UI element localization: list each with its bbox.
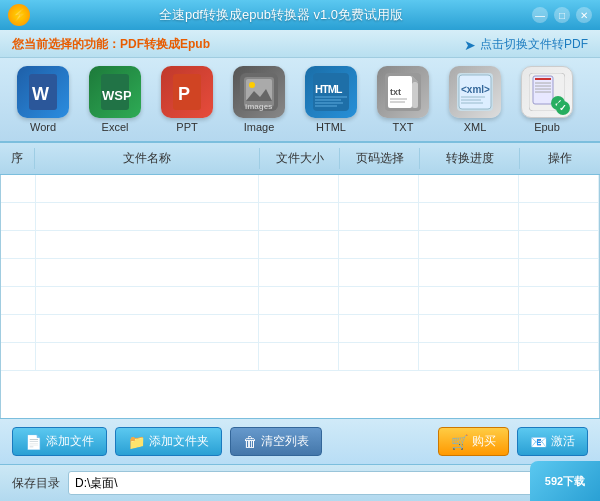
cell — [339, 315, 419, 342]
cell — [519, 231, 599, 258]
cell — [36, 343, 259, 370]
col-action: 操作 — [520, 148, 600, 169]
ppt-label: PPT — [176, 121, 197, 133]
cell — [339, 343, 419, 370]
cell — [339, 231, 419, 258]
epub-label: Epub — [534, 121, 560, 133]
cell — [1, 315, 36, 342]
svg-rect-33 — [533, 76, 553, 104]
svg-point-10 — [249, 82, 255, 88]
cell — [519, 287, 599, 314]
format-image[interactable]: images Image — [228, 66, 290, 133]
cell — [519, 315, 599, 342]
minimize-button[interactable]: — — [532, 7, 548, 23]
col-seq: 序 — [0, 148, 35, 169]
clear-button[interactable]: 🗑 清空列表 — [230, 427, 322, 456]
cell — [419, 231, 519, 258]
table-row — [1, 259, 599, 287]
format-xml[interactable]: <xml> XML — [444, 66, 506, 133]
activate-button[interactable]: 📧 激活 — [517, 427, 588, 456]
add-file-icon: 📄 — [25, 434, 42, 450]
cell — [259, 231, 339, 258]
table-row — [1, 287, 599, 315]
cell — [339, 287, 419, 314]
epub-check-icon: ✓ — [556, 101, 570, 115]
cell — [419, 315, 519, 342]
cell — [259, 175, 339, 202]
cell — [259, 203, 339, 230]
table-row — [1, 343, 599, 371]
arrow-icon: ➤ — [464, 37, 476, 53]
col-filesize: 文件大小 — [260, 148, 340, 169]
cell — [259, 315, 339, 342]
activate-label: 激活 — [551, 433, 575, 450]
buy-icon: 🛒 — [451, 434, 468, 450]
clear-icon: 🗑 — [243, 434, 257, 450]
function-label: 您当前选择的功能：PDF转换成Epub — [12, 36, 210, 53]
word-label: Word — [30, 121, 56, 133]
add-file-label: 添加文件 — [46, 433, 94, 450]
add-folder-icon: 📁 — [128, 434, 145, 450]
cell — [259, 259, 339, 286]
svg-text:<xml>: <xml> — [461, 84, 490, 95]
col-progress: 转换进度 — [420, 148, 520, 169]
buy-label: 购买 — [472, 433, 496, 450]
svg-text:txt: txt — [390, 87, 401, 97]
svg-text:P: P — [178, 84, 190, 104]
maximize-button[interactable]: □ — [554, 7, 570, 23]
html-icon: HTML — [305, 66, 357, 118]
clear-label: 清空列表 — [261, 433, 309, 450]
format-html[interactable]: HTML HTML — [300, 66, 362, 133]
cell — [259, 287, 339, 314]
format-txt[interactable]: txt TXT — [372, 66, 434, 133]
toolbar: 您当前选择的功能：PDF转换成Epub ➤ 点击切换文件转PDF — [0, 30, 600, 58]
col-filename: 文件名称 — [35, 148, 260, 169]
svg-rect-34 — [535, 78, 551, 80]
close-button[interactable]: ✕ — [576, 7, 592, 23]
save-path-input[interactable] — [68, 471, 552, 495]
add-file-button[interactable]: 📄 添加文件 — [12, 427, 107, 456]
image-label: Image — [244, 121, 275, 133]
add-folder-button[interactable]: 📁 添加文件夹 — [115, 427, 222, 456]
format-word[interactable]: W Word — [12, 66, 74, 133]
svg-text:HTML: HTML — [315, 83, 343, 95]
switch-label: 点击切换文件转PDF — [480, 36, 588, 53]
cell — [1, 259, 36, 286]
cell — [419, 343, 519, 370]
content-wrapper: 您当前选择的功能：PDF转换成Epub ➤ 点击切换文件转PDF W Word — [0, 30, 600, 501]
cell — [259, 343, 339, 370]
cell — [519, 203, 599, 230]
cell — [36, 203, 259, 230]
cell — [36, 231, 259, 258]
format-ppt[interactable]: P PPT — [156, 66, 218, 133]
window-title: 全速pdf转换成epub转换器 v1.0免费试用版 — [30, 6, 532, 24]
cell — [36, 315, 259, 342]
cell — [419, 259, 519, 286]
activate-icon: 📧 — [530, 434, 547, 450]
ppt-icon: P — [161, 66, 213, 118]
format-epub[interactable]: ✓ ✓ Epub — [516, 66, 578, 133]
add-folder-label: 添加文件夹 — [149, 433, 209, 450]
cell — [519, 175, 599, 202]
save-area: 保存目录 📂 592下载 — [0, 464, 600, 501]
cell — [1, 343, 36, 370]
title-bar: ⚡ 全速pdf转换成epub转换器 v1.0免费试用版 — □ ✕ — [0, 0, 600, 30]
cell — [1, 231, 36, 258]
format-excel[interactable]: WSP Excel — [84, 66, 146, 133]
cell — [519, 343, 599, 370]
cell — [36, 175, 259, 202]
cell — [339, 203, 419, 230]
table-row — [1, 231, 599, 259]
cell — [419, 175, 519, 202]
table-row — [1, 175, 599, 203]
function-name: PDF转换成Epub — [120, 37, 210, 51]
switch-link[interactable]: ➤ 点击切换文件转PDF — [464, 36, 588, 53]
table-row — [1, 315, 599, 343]
cell — [339, 175, 419, 202]
cell — [1, 175, 36, 202]
buy-button[interactable]: 🛒 购买 — [438, 427, 509, 456]
excel-label: Excel — [102, 121, 129, 133]
format-icons-area: W Word WSP Excel P PPT — [0, 58, 600, 143]
svg-text:W: W — [32, 84, 49, 104]
table-row — [1, 203, 599, 231]
